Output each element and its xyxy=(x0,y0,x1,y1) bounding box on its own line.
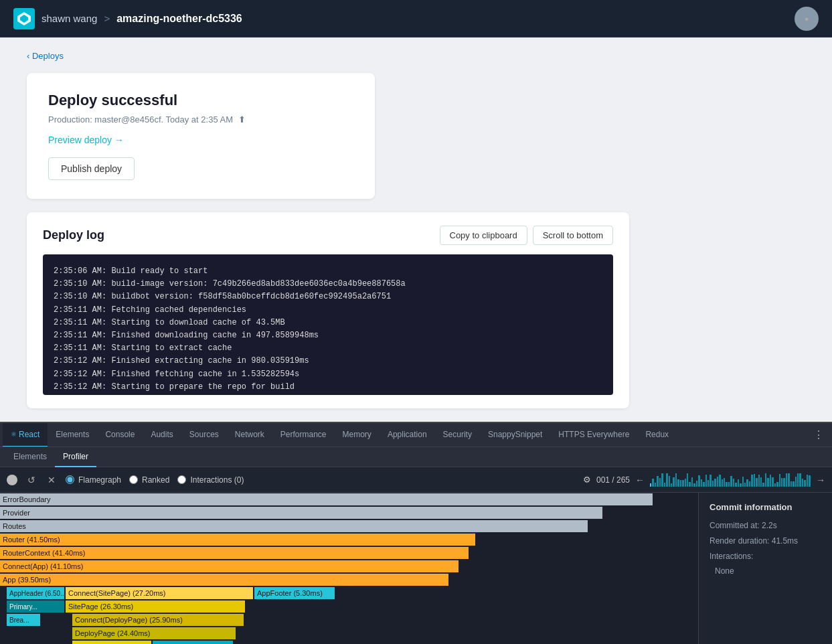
deploy-title: Deploy successful xyxy=(48,92,353,109)
flame-breadcrumb[interactable]: Brea... xyxy=(7,614,40,626)
scroll-bottom-button[interactable]: Scroll to bottom xyxy=(533,226,613,245)
publish-deploy-button[interactable]: Publish deploy xyxy=(48,157,135,180)
flamegraph-chart: ErrorBoundary Provider Routes Router (41… xyxy=(0,493,698,644)
nav-brand: shawn wang > amazing-noether-dc5336 xyxy=(13,8,242,29)
nav-project[interactable]: amazing-noether-dc5336 xyxy=(116,13,242,25)
interactions-row: Interactions: xyxy=(710,551,821,562)
tab-application[interactable]: Application xyxy=(380,423,435,447)
flame-app[interactable]: App (39.50ms) xyxy=(0,574,448,586)
flame-row-routes: Routes xyxy=(0,519,698,533)
log-title: Deploy log xyxy=(43,228,104,242)
settings-icon[interactable]: ⚙ xyxy=(583,475,591,485)
flamegraph-label: Flamegraph xyxy=(78,475,121,485)
sub-tab-profiler[interactable]: Profiler xyxy=(55,447,96,467)
flame-connect-app[interactable]: Connect(App) (41.10ms) xyxy=(0,560,459,572)
flame-rows-container: ErrorBoundary Provider Routes Router (41… xyxy=(0,493,698,644)
devtools-top-tabs: ⚛ React Elements Console Audits Sources … xyxy=(0,423,832,447)
flame-connect-deploypage[interactable]: Connect(DeployPage) (25.90ms) xyxy=(72,614,244,626)
flame-deploypage[interactable]: DeployPage (24.40ms) xyxy=(72,627,236,639)
flame-row-level1b: Primary... SitePage (26.30ms) xyxy=(0,600,698,613)
tab-elements[interactable]: Elements xyxy=(48,423,97,447)
preview-deploy-link[interactable]: Preview deploy xyxy=(48,135,124,145)
flame-appheader[interactable]: AppHeader (6.50... xyxy=(7,587,64,599)
flame-row-app: App (39.50ms) xyxy=(0,573,698,586)
flame-connect-sitepage[interactable]: Connect(SitePage) (27.20ms) xyxy=(66,587,253,599)
clear-button[interactable]: ✕ xyxy=(46,474,58,486)
flame-router[interactable]: Router (41.50ms) xyxy=(0,534,475,546)
devtools-panel: ⚛ React Elements Console Audits Sources … xyxy=(0,422,832,644)
deploy-log-card: Deploy log Copy to clipboard Scroll to b… xyxy=(27,212,629,408)
flame-row-errorboundary: ErrorBoundary xyxy=(0,493,698,506)
top-navigation: shawn wang > amazing-noether-dc5336 ● xyxy=(0,0,832,37)
flame-appfooter[interactable]: AppFooter (5.30ms) xyxy=(254,587,335,599)
commit-counter: 001 / 265 xyxy=(596,475,630,485)
interactions-value-row: None xyxy=(710,566,821,577)
ranked-radio-group: Ranked xyxy=(129,475,169,485)
render-duration-row: Render duration: 41.5ms xyxy=(710,536,821,547)
commit-bars-chart xyxy=(650,473,811,487)
flame-row-provider: Provider xyxy=(0,506,698,519)
interactions-title-label: Interactions: xyxy=(710,552,753,561)
flame-connect-deploycardcontainer[interactable]: Connect(DeployCardContainer) (11.5... xyxy=(72,641,151,644)
prev-commit-button[interactable]: ← xyxy=(635,475,645,485)
devtools-sub-tabs: Elements Profiler xyxy=(0,447,832,467)
tab-security[interactable]: Security xyxy=(435,423,480,447)
flame-row-deploypage: DeployPage (24.40ms) xyxy=(0,627,698,640)
interactions-radio[interactable] xyxy=(177,475,186,484)
nav-username[interactable]: shawn wang xyxy=(41,13,97,24)
ranked-radio[interactable] xyxy=(129,475,138,484)
deploy-meta: Production: master@8e456cf. Today at 2:3… xyxy=(48,114,353,125)
breadcrumb[interactable]: Deploys xyxy=(27,51,805,61)
flame-routercontext[interactable]: RouterContext (41.40ms) xyxy=(0,547,469,559)
flame-row-routercontext: RouterContext (41.40ms) xyxy=(0,546,698,560)
netlify-logo xyxy=(13,8,35,29)
commit-bars-inner xyxy=(650,473,811,487)
log-actions: Copy to clipboard Scroll to bottom xyxy=(440,226,614,245)
reload-profile-button[interactable]: ↺ xyxy=(25,474,37,486)
committed-at-label: Committed at: 2.2s xyxy=(710,521,777,530)
tab-console[interactable]: Console xyxy=(97,423,143,447)
interactions-value: None xyxy=(715,566,734,576)
log-console: 2:35:06 AM: Build ready to start 2:35:10… xyxy=(43,254,613,395)
deploy-success-card: Deploy successful Production: master@8e4… xyxy=(27,73,375,199)
flame-row-connect-app: Connect(App) (41.10ms) xyxy=(0,560,698,573)
profiler-navigation: ⚙ 001 / 265 ← → xyxy=(583,473,825,487)
flame-errorboundary[interactable]: ErrorBoundary xyxy=(0,493,653,505)
interactions-radio-group: Interactions (0) xyxy=(177,475,244,485)
flame-sitepage[interactable]: SitePage (26.30ms) xyxy=(66,600,245,613)
main-content: Deploys Deploy successful Production: ma… xyxy=(0,37,832,422)
flamegraph-radio[interactable] xyxy=(66,475,74,484)
committed-at-row: Committed at: 2.2s xyxy=(710,520,821,532)
tab-react[interactable]: ⚛ React xyxy=(3,423,48,447)
flame-primary[interactable]: Primary... xyxy=(7,600,64,613)
avatar[interactable]: ● xyxy=(795,7,819,31)
sub-tab-elements[interactable]: Elements xyxy=(5,447,55,467)
flame-row-level3a: Connect(DeployCardContainer) (11.5... Co… xyxy=(0,640,698,644)
flame-row-level2a: Brea... Connect(DeployPage) (25.90ms) xyxy=(0,613,698,627)
tab-network[interactable]: Network xyxy=(227,423,272,447)
devtools-more-icon[interactable]: ⋮ xyxy=(808,428,829,441)
flamegraph-radio-group: Flamegraph xyxy=(66,475,121,485)
next-commit-button[interactable]: → xyxy=(816,475,825,485)
interactions-label: Interactions (0) xyxy=(190,475,244,485)
tab-performance[interactable]: Performance xyxy=(272,423,335,447)
ranked-label: Ranked xyxy=(142,475,169,485)
commit-info-title: Commit information xyxy=(710,502,821,512)
flame-provider[interactable]: Provider xyxy=(0,507,602,519)
tab-snappy[interactable]: SnappySnippet xyxy=(480,423,550,447)
flamegraph-area: ErrorBoundary Provider Routes Router (41… xyxy=(0,493,832,644)
commit-info-panel: Commit information Committed at: 2.2s Re… xyxy=(698,493,832,644)
flame-connect-deploylogcontainer[interactable]: Connect(DeployLogContai... xyxy=(153,641,233,644)
nav-separator: > xyxy=(104,13,110,24)
copy-clipboard-button[interactable]: Copy to clipboard xyxy=(440,226,527,245)
tab-redux[interactable]: Redux xyxy=(637,423,677,447)
tab-sources[interactable]: Sources xyxy=(181,423,227,447)
profiler-toolbar: ↺ ✕ Flamegraph Ranked Interactions (0) ⚙… xyxy=(0,467,832,493)
render-duration-label: Render duration: 41.5ms xyxy=(710,536,798,546)
record-button[interactable] xyxy=(7,475,17,485)
tab-audits[interactable]: Audits xyxy=(143,423,181,447)
flame-routes[interactable]: Routes xyxy=(0,520,588,532)
tab-https[interactable]: HTTPS Everywhere xyxy=(550,423,637,447)
tab-memory[interactable]: Memory xyxy=(335,423,380,447)
flame-row-router: Router (41.50ms) xyxy=(0,533,698,546)
